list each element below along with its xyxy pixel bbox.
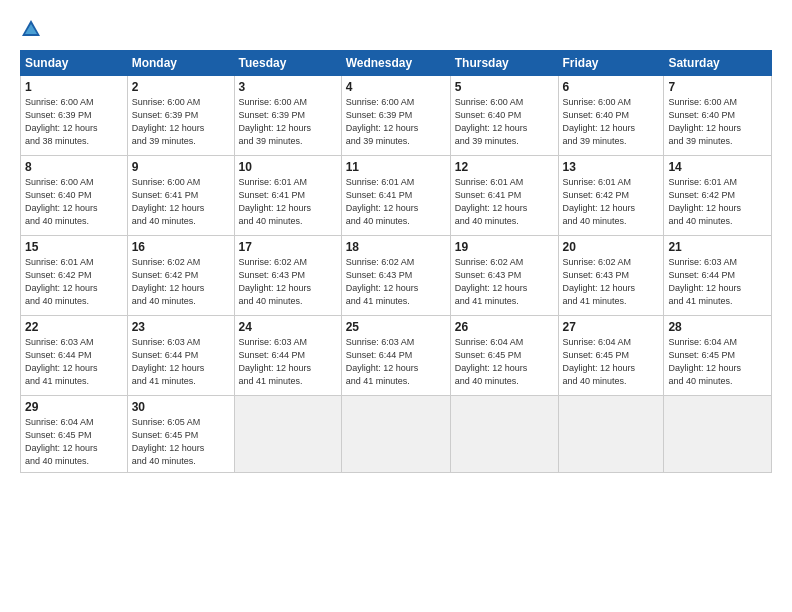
day-info: Sunrise: 6:02 AM Sunset: 6:43 PM Dayligh… <box>239 256 337 308</box>
calendar-cell <box>664 396 772 473</box>
day-info: Sunrise: 6:03 AM Sunset: 6:44 PM Dayligh… <box>132 336 230 388</box>
calendar-cell: 4Sunrise: 6:00 AM Sunset: 6:39 PM Daylig… <box>341 76 450 156</box>
calendar-cell: 3Sunrise: 6:00 AM Sunset: 6:39 PM Daylig… <box>234 76 341 156</box>
day-info: Sunrise: 6:00 AM Sunset: 6:39 PM Dayligh… <box>132 96 230 148</box>
calendar-cell: 5Sunrise: 6:00 AM Sunset: 6:40 PM Daylig… <box>450 76 558 156</box>
day-info: Sunrise: 6:00 AM Sunset: 6:40 PM Dayligh… <box>563 96 660 148</box>
day-info: Sunrise: 6:01 AM Sunset: 6:41 PM Dayligh… <box>239 176 337 228</box>
day-number: 2 <box>132 80 230 94</box>
day-number: 29 <box>25 400 123 414</box>
day-number: 11 <box>346 160 446 174</box>
day-number: 13 <box>563 160 660 174</box>
day-info: Sunrise: 6:01 AM Sunset: 6:41 PM Dayligh… <box>455 176 554 228</box>
day-number: 1 <box>25 80 123 94</box>
day-info: Sunrise: 6:04 AM Sunset: 6:45 PM Dayligh… <box>668 336 767 388</box>
weekday-header: Tuesday <box>234 51 341 76</box>
calendar-cell: 9Sunrise: 6:00 AM Sunset: 6:41 PM Daylig… <box>127 156 234 236</box>
calendar-cell: 1Sunrise: 6:00 AM Sunset: 6:39 PM Daylig… <box>21 76 128 156</box>
calendar-cell: 28Sunrise: 6:04 AM Sunset: 6:45 PM Dayli… <box>664 316 772 396</box>
day-number: 14 <box>668 160 767 174</box>
calendar-cell: 22Sunrise: 6:03 AM Sunset: 6:44 PM Dayli… <box>21 316 128 396</box>
page: SundayMondayTuesdayWednesdayThursdayFrid… <box>0 0 792 612</box>
day-number: 10 <box>239 160 337 174</box>
calendar-cell: 11Sunrise: 6:01 AM Sunset: 6:41 PM Dayli… <box>341 156 450 236</box>
calendar-week: 22Sunrise: 6:03 AM Sunset: 6:44 PM Dayli… <box>21 316 772 396</box>
day-number: 12 <box>455 160 554 174</box>
day-info: Sunrise: 6:01 AM Sunset: 6:42 PM Dayligh… <box>25 256 123 308</box>
calendar-cell: 21Sunrise: 6:03 AM Sunset: 6:44 PM Dayli… <box>664 236 772 316</box>
weekday-header: Saturday <box>664 51 772 76</box>
day-info: Sunrise: 6:04 AM Sunset: 6:45 PM Dayligh… <box>563 336 660 388</box>
calendar-cell <box>234 396 341 473</box>
day-number: 19 <box>455 240 554 254</box>
calendar-cell: 16Sunrise: 6:02 AM Sunset: 6:42 PM Dayli… <box>127 236 234 316</box>
day-number: 4 <box>346 80 446 94</box>
calendar-cell: 12Sunrise: 6:01 AM Sunset: 6:41 PM Dayli… <box>450 156 558 236</box>
day-number: 7 <box>668 80 767 94</box>
weekday-header: Sunday <box>21 51 128 76</box>
weekday-header: Thursday <box>450 51 558 76</box>
day-info: Sunrise: 6:01 AM Sunset: 6:42 PM Dayligh… <box>668 176 767 228</box>
calendar-cell: 13Sunrise: 6:01 AM Sunset: 6:42 PM Dayli… <box>558 156 664 236</box>
day-number: 5 <box>455 80 554 94</box>
calendar-cell: 24Sunrise: 6:03 AM Sunset: 6:44 PM Dayli… <box>234 316 341 396</box>
day-number: 23 <box>132 320 230 334</box>
weekday-header: Wednesday <box>341 51 450 76</box>
day-number: 18 <box>346 240 446 254</box>
calendar-cell: 7Sunrise: 6:00 AM Sunset: 6:40 PM Daylig… <box>664 76 772 156</box>
weekday-header: Friday <box>558 51 664 76</box>
header <box>20 18 772 40</box>
calendar-cell: 27Sunrise: 6:04 AM Sunset: 6:45 PM Dayli… <box>558 316 664 396</box>
day-info: Sunrise: 6:00 AM Sunset: 6:40 PM Dayligh… <box>455 96 554 148</box>
calendar-cell: 25Sunrise: 6:03 AM Sunset: 6:44 PM Dayli… <box>341 316 450 396</box>
day-info: Sunrise: 6:02 AM Sunset: 6:43 PM Dayligh… <box>455 256 554 308</box>
calendar-cell: 15Sunrise: 6:01 AM Sunset: 6:42 PM Dayli… <box>21 236 128 316</box>
calendar-week: 29Sunrise: 6:04 AM Sunset: 6:45 PM Dayli… <box>21 396 772 473</box>
calendar-week: 1Sunrise: 6:00 AM Sunset: 6:39 PM Daylig… <box>21 76 772 156</box>
day-number: 15 <box>25 240 123 254</box>
calendar-week: 15Sunrise: 6:01 AM Sunset: 6:42 PM Dayli… <box>21 236 772 316</box>
day-number: 30 <box>132 400 230 414</box>
calendar-cell <box>450 396 558 473</box>
day-number: 26 <box>455 320 554 334</box>
day-info: Sunrise: 6:00 AM Sunset: 6:40 PM Dayligh… <box>668 96 767 148</box>
calendar: SundayMondayTuesdayWednesdayThursdayFrid… <box>20 50 772 473</box>
day-number: 22 <box>25 320 123 334</box>
day-info: Sunrise: 6:02 AM Sunset: 6:43 PM Dayligh… <box>346 256 446 308</box>
day-info: Sunrise: 6:00 AM Sunset: 6:39 PM Dayligh… <box>346 96 446 148</box>
logo-icon <box>20 18 42 40</box>
calendar-cell: 8Sunrise: 6:00 AM Sunset: 6:40 PM Daylig… <box>21 156 128 236</box>
day-info: Sunrise: 6:01 AM Sunset: 6:42 PM Dayligh… <box>563 176 660 228</box>
calendar-cell: 10Sunrise: 6:01 AM Sunset: 6:41 PM Dayli… <box>234 156 341 236</box>
calendar-cell: 26Sunrise: 6:04 AM Sunset: 6:45 PM Dayli… <box>450 316 558 396</box>
weekday-header: Monday <box>127 51 234 76</box>
calendar-cell: 18Sunrise: 6:02 AM Sunset: 6:43 PM Dayli… <box>341 236 450 316</box>
day-info: Sunrise: 6:03 AM Sunset: 6:44 PM Dayligh… <box>346 336 446 388</box>
calendar-cell: 6Sunrise: 6:00 AM Sunset: 6:40 PM Daylig… <box>558 76 664 156</box>
calendar-cell: 29Sunrise: 6:04 AM Sunset: 6:45 PM Dayli… <box>21 396 128 473</box>
calendar-cell: 14Sunrise: 6:01 AM Sunset: 6:42 PM Dayli… <box>664 156 772 236</box>
day-number: 3 <box>239 80 337 94</box>
calendar-cell: 30Sunrise: 6:05 AM Sunset: 6:45 PM Dayli… <box>127 396 234 473</box>
day-info: Sunrise: 6:05 AM Sunset: 6:45 PM Dayligh… <box>132 416 230 468</box>
day-info: Sunrise: 6:00 AM Sunset: 6:39 PM Dayligh… <box>25 96 123 148</box>
day-info: Sunrise: 6:01 AM Sunset: 6:41 PM Dayligh… <box>346 176 446 228</box>
day-number: 25 <box>346 320 446 334</box>
calendar-cell <box>558 396 664 473</box>
calendar-cell: 2Sunrise: 6:00 AM Sunset: 6:39 PM Daylig… <box>127 76 234 156</box>
day-info: Sunrise: 6:04 AM Sunset: 6:45 PM Dayligh… <box>455 336 554 388</box>
day-info: Sunrise: 6:02 AM Sunset: 6:43 PM Dayligh… <box>563 256 660 308</box>
day-info: Sunrise: 6:00 AM Sunset: 6:39 PM Dayligh… <box>239 96 337 148</box>
calendar-week: 8Sunrise: 6:00 AM Sunset: 6:40 PM Daylig… <box>21 156 772 236</box>
day-info: Sunrise: 6:03 AM Sunset: 6:44 PM Dayligh… <box>25 336 123 388</box>
day-info: Sunrise: 6:00 AM Sunset: 6:41 PM Dayligh… <box>132 176 230 228</box>
day-number: 6 <box>563 80 660 94</box>
day-number: 28 <box>668 320 767 334</box>
calendar-cell: 20Sunrise: 6:02 AM Sunset: 6:43 PM Dayli… <box>558 236 664 316</box>
day-info: Sunrise: 6:03 AM Sunset: 6:44 PM Dayligh… <box>239 336 337 388</box>
calendar-cell: 17Sunrise: 6:02 AM Sunset: 6:43 PM Dayli… <box>234 236 341 316</box>
day-number: 20 <box>563 240 660 254</box>
day-number: 21 <box>668 240 767 254</box>
calendar-cell <box>341 396 450 473</box>
day-number: 16 <box>132 240 230 254</box>
